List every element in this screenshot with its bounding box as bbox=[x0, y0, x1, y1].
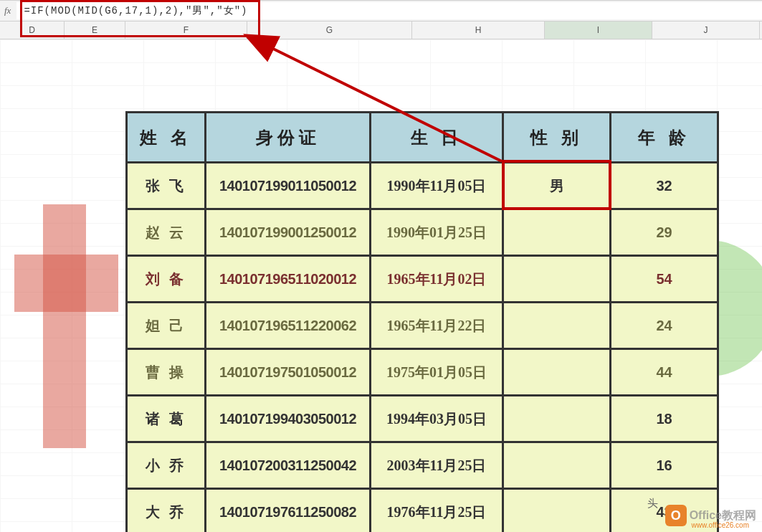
cell-birthday[interactable]: 1990年01月25日 bbox=[371, 209, 503, 256]
header-age[interactable]: 年 龄 bbox=[611, 113, 718, 163]
column-headers-row: D E F G H I J bbox=[0, 22, 762, 39]
cell-birthday[interactable]: 1975年01月05日 bbox=[371, 349, 503, 396]
cell-id[interactable]: 140107199001250012 bbox=[206, 209, 371, 256]
watermark-brand: O Office教程网 www.office26.com bbox=[665, 505, 756, 526]
cell-gender[interactable] bbox=[503, 442, 611, 489]
col-header-h[interactable]: H bbox=[412, 22, 545, 39]
header-id[interactable]: 身份证 bbox=[206, 113, 371, 163]
cell-gender[interactable] bbox=[503, 489, 611, 533]
cell-id[interactable]: 140107197501050012 bbox=[206, 349, 371, 396]
cell-birthday[interactable]: 1976年11月25日 bbox=[371, 489, 503, 533]
watermark-url: www.office26.com bbox=[692, 521, 749, 529]
cell-age[interactable]: 18 bbox=[611, 396, 718, 442]
col-header-d[interactable]: D bbox=[0, 22, 65, 39]
cell-gender[interactable] bbox=[503, 303, 611, 349]
col-header-g[interactable]: G bbox=[247, 22, 412, 39]
formula-input[interactable] bbox=[16, 2, 762, 19]
cell-birthday[interactable]: 1990年11月05日 bbox=[371, 163, 503, 209]
cell-gender[interactable] bbox=[503, 349, 611, 396]
cell-birthday[interactable]: 1965年11月22日 bbox=[371, 303, 503, 349]
cell-name[interactable]: 刘 备 bbox=[127, 256, 206, 303]
header-name[interactable]: 姓 名 bbox=[127, 113, 206, 163]
table-row: 曹 操 140107197501050012 1975年01月05日 44 bbox=[127, 349, 718, 396]
cell-age[interactable]: 16 bbox=[611, 442, 718, 489]
table-row: 小 乔 140107200311250042 2003年11月25日 16 bbox=[127, 442, 718, 489]
header-birthday[interactable]: 生 日 bbox=[371, 113, 503, 163]
col-header-e[interactable]: E bbox=[65, 22, 125, 39]
watermark-head-text: 头 bbox=[647, 497, 658, 510]
watermark-logo-icon: O bbox=[665, 505, 687, 526]
cell-birthday[interactable]: 1965年11月02日 bbox=[371, 256, 503, 303]
cell-gender[interactable] bbox=[503, 396, 611, 442]
cell-birthday[interactable]: 2003年11月25日 bbox=[371, 442, 503, 489]
watermark-shape-horizontal bbox=[14, 255, 118, 312]
cell-gender[interactable] bbox=[503, 256, 611, 303]
fx-icon[interactable]: fx bbox=[3, 5, 16, 16]
data-table: 姓 名 身份证 生 日 性 别 年 龄 张 飞 1401071990110500… bbox=[125, 111, 719, 532]
cell-age[interactable]: 24 bbox=[611, 303, 718, 349]
cell-age[interactable]: 32 bbox=[611, 163, 718, 209]
cell-id[interactable]: 140107200311250042 bbox=[206, 442, 371, 489]
table-row: 张 飞 140107199011050012 1990年11月05日 男 32 bbox=[127, 163, 718, 209]
cell-gender[interactable] bbox=[503, 209, 611, 256]
table-row: 大 乔 140107197611250082 1976年11月25日 43 bbox=[127, 489, 718, 533]
table-row: 刘 备 140107196511020012 1965年11月02日 54 bbox=[127, 256, 718, 303]
table-row: 妲 己 140107196511220062 1965年11月22日 24 bbox=[127, 303, 718, 349]
watermark-shape-vertical bbox=[43, 204, 86, 448]
cell-name[interactable]: 张 飞 bbox=[127, 163, 206, 209]
cell-id[interactable]: 140107196511020012 bbox=[206, 256, 371, 303]
cell-age[interactable]: 29 bbox=[611, 209, 718, 256]
header-gender[interactable]: 性 别 bbox=[503, 113, 611, 163]
cell-name[interactable]: 大 乔 bbox=[127, 489, 206, 533]
cell-gender[interactable]: 男 bbox=[503, 163, 611, 209]
col-header-j[interactable]: J bbox=[652, 22, 760, 39]
cell-id[interactable]: 140107196511220062 bbox=[206, 303, 371, 349]
cell-name[interactable]: 曹 操 bbox=[127, 349, 206, 396]
col-header-i[interactable]: I bbox=[545, 22, 652, 39]
cell-name[interactable]: 妲 己 bbox=[127, 303, 206, 349]
cell-age[interactable]: 44 bbox=[611, 349, 718, 396]
cell-name[interactable]: 小 乔 bbox=[127, 442, 206, 489]
col-header-f[interactable]: F bbox=[125, 22, 247, 39]
table-row: 诸 葛 140107199403050012 1994年03月05日 18 bbox=[127, 396, 718, 442]
cell-id[interactable]: 140107199011050012 bbox=[206, 163, 371, 209]
cell-id[interactable]: 140107199403050012 bbox=[206, 396, 371, 442]
formula-bar: fx bbox=[0, 0, 762, 22]
spreadsheet-grid[interactable]: 姓 名 身份证 生 日 性 别 年 龄 张 飞 1401071990110500… bbox=[0, 39, 762, 532]
cell-birthday[interactable]: 1994年03月05日 bbox=[371, 396, 503, 442]
cell-name[interactable]: 赵 云 bbox=[127, 209, 206, 256]
cell-name[interactable]: 诸 葛 bbox=[127, 396, 206, 442]
table-row: 赵 云 140107199001250012 1990年01月25日 29 bbox=[127, 209, 718, 256]
table-header-row: 姓 名 身份证 生 日 性 别 年 龄 bbox=[127, 113, 718, 163]
cell-age[interactable]: 54 bbox=[611, 256, 718, 303]
cell-id[interactable]: 140107197611250082 bbox=[206, 489, 371, 533]
